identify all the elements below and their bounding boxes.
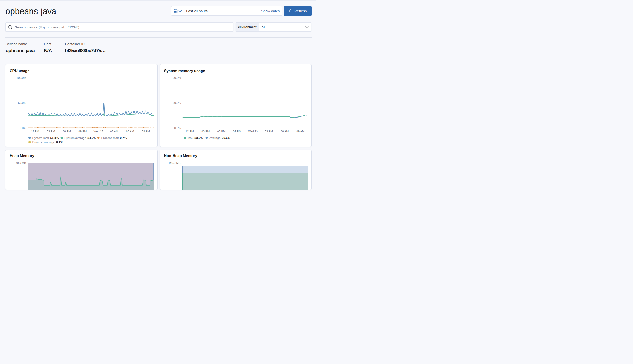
svg-text:Wed 13: Wed 13: [94, 130, 103, 133]
svg-text:130.0 MB: 130.0 MB: [14, 161, 26, 164]
svg-text:Process max: Process max: [101, 136, 119, 140]
svg-text:0.7%: 0.7%: [120, 136, 127, 140]
svg-text:0.0%: 0.0%: [20, 126, 26, 130]
svg-text:System max: System max: [32, 136, 49, 140]
svg-text:03 AM: 03 AM: [110, 130, 118, 133]
svg-text:51.3%: 51.3%: [50, 136, 59, 140]
svg-text:09 PM: 09 PM: [233, 130, 241, 133]
svg-text:09 AM: 09 AM: [142, 130, 150, 133]
svg-text:03 PM: 03 PM: [201, 130, 210, 133]
svg-text:0.0%: 0.0%: [174, 126, 181, 130]
svg-text:160.0 MB: 160.0 MB: [168, 161, 180, 164]
svg-text:Average: Average: [209, 136, 220, 140]
svg-text:System average: System average: [64, 136, 86, 140]
svg-text:100.0%: 100.0%: [171, 76, 181, 79]
svg-text:06 AM: 06 AM: [280, 130, 288, 133]
svg-text:06 PM: 06 PM: [62, 130, 71, 133]
svg-text:50.0%: 50.0%: [172, 101, 180, 104]
svg-text:23.6%: 23.6%: [194, 136, 203, 140]
svg-text:Wed 13: Wed 13: [248, 130, 258, 133]
svg-text:Max: Max: [188, 136, 193, 140]
svg-text:12 PM: 12 PM: [186, 130, 194, 133]
svg-text:06 AM: 06 AM: [126, 130, 134, 133]
svg-text:100.0%: 100.0%: [16, 76, 26, 79]
svg-text:03 AM: 03 AM: [264, 130, 272, 133]
svg-text:03 PM: 03 PM: [47, 130, 55, 133]
svg-text:20.6%: 20.6%: [222, 136, 230, 140]
svg-text:09 PM: 09 PM: [78, 130, 87, 133]
svg-text:09 AM: 09 AM: [296, 130, 304, 133]
svg-text:Process average: Process average: [32, 140, 55, 144]
svg-text:24.5%: 24.5%: [88, 136, 96, 140]
svg-text:06 PM: 06 PM: [217, 130, 225, 133]
svg-text:12 PM: 12 PM: [31, 130, 39, 133]
svg-text:50.0%: 50.0%: [18, 101, 26, 104]
svg-text:0.1%: 0.1%: [56, 140, 63, 144]
